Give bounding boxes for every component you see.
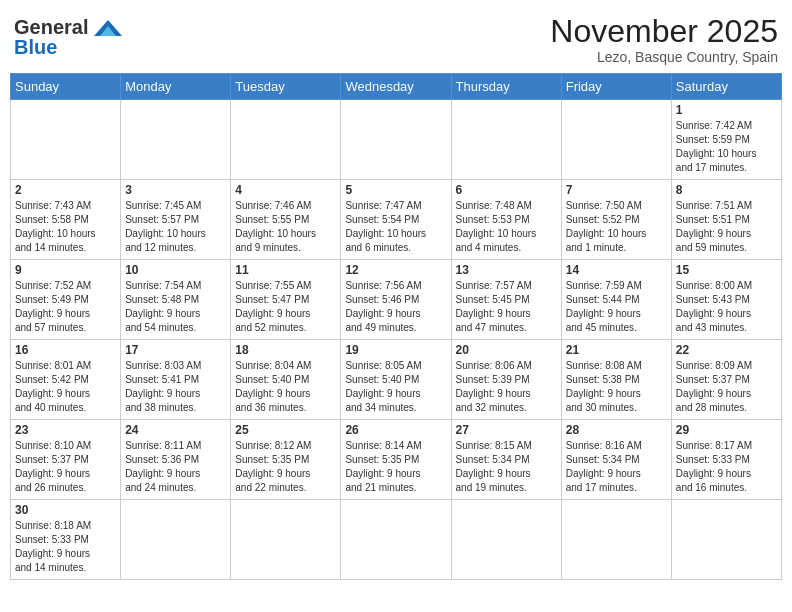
day-number: 30 <box>15 503 116 517</box>
calendar-cell: 25Sunrise: 8:12 AM Sunset: 5:35 PM Dayli… <box>231 420 341 500</box>
day-number: 14 <box>566 263 667 277</box>
day-number: 5 <box>345 183 446 197</box>
calendar-cell: 1Sunrise: 7:42 AM Sunset: 5:59 PM Daylig… <box>671 100 781 180</box>
day-info: Sunrise: 8:01 AM Sunset: 5:42 PM Dayligh… <box>15 359 116 415</box>
calendar-cell: 15Sunrise: 8:00 AM Sunset: 5:43 PM Dayli… <box>671 260 781 340</box>
calendar-cell: 7Sunrise: 7:50 AM Sunset: 5:52 PM Daylig… <box>561 180 671 260</box>
calendar-cell: 4Sunrise: 7:46 AM Sunset: 5:55 PM Daylig… <box>231 180 341 260</box>
calendar-cell: 30Sunrise: 8:18 AM Sunset: 5:33 PM Dayli… <box>11 500 121 580</box>
day-info: Sunrise: 7:43 AM Sunset: 5:58 PM Dayligh… <box>15 199 116 255</box>
day-number: 17 <box>125 343 226 357</box>
logo: General Blue <box>14 14 126 59</box>
calendar-cell: 22Sunrise: 8:09 AM Sunset: 5:37 PM Dayli… <box>671 340 781 420</box>
calendar-cell <box>231 500 341 580</box>
day-info: Sunrise: 7:48 AM Sunset: 5:53 PM Dayligh… <box>456 199 557 255</box>
calendar-cell: 19Sunrise: 8:05 AM Sunset: 5:40 PM Dayli… <box>341 340 451 420</box>
calendar-cell: 12Sunrise: 7:56 AM Sunset: 5:46 PM Dayli… <box>341 260 451 340</box>
day-info: Sunrise: 7:55 AM Sunset: 5:47 PM Dayligh… <box>235 279 336 335</box>
calendar-cell <box>451 500 561 580</box>
calendar-cell <box>671 500 781 580</box>
calendar-cell <box>561 100 671 180</box>
month-title: November 2025 <box>550 14 778 49</box>
day-number: 26 <box>345 423 446 437</box>
day-info: Sunrise: 8:05 AM Sunset: 5:40 PM Dayligh… <box>345 359 446 415</box>
calendar-day-header: Tuesday <box>231 74 341 100</box>
calendar-cell: 2Sunrise: 7:43 AM Sunset: 5:58 PM Daylig… <box>11 180 121 260</box>
logo-icon <box>90 16 126 40</box>
calendar-cell <box>451 100 561 180</box>
day-info: Sunrise: 8:08 AM Sunset: 5:38 PM Dayligh… <box>566 359 667 415</box>
calendar-cell: 24Sunrise: 8:11 AM Sunset: 5:36 PM Dayli… <box>121 420 231 500</box>
day-number: 19 <box>345 343 446 357</box>
calendar-cell: 3Sunrise: 7:45 AM Sunset: 5:57 PM Daylig… <box>121 180 231 260</box>
logo-blue-text: Blue <box>14 36 57 59</box>
day-number: 15 <box>676 263 777 277</box>
day-number: 7 <box>566 183 667 197</box>
page-header: General Blue November 2025 Lezo, Basque … <box>10 10 782 65</box>
calendar-cell: 16Sunrise: 8:01 AM Sunset: 5:42 PM Dayli… <box>11 340 121 420</box>
calendar-cell: 21Sunrise: 8:08 AM Sunset: 5:38 PM Dayli… <box>561 340 671 420</box>
day-number: 21 <box>566 343 667 357</box>
day-number: 24 <box>125 423 226 437</box>
day-info: Sunrise: 8:06 AM Sunset: 5:39 PM Dayligh… <box>456 359 557 415</box>
calendar-cell: 26Sunrise: 8:14 AM Sunset: 5:35 PM Dayli… <box>341 420 451 500</box>
calendar-cell <box>341 500 451 580</box>
calendar-cell <box>121 100 231 180</box>
calendar-cell <box>231 100 341 180</box>
calendar-week-row: 1Sunrise: 7:42 AM Sunset: 5:59 PM Daylig… <box>11 100 782 180</box>
title-section: November 2025 Lezo, Basque Country, Spai… <box>550 14 778 65</box>
day-number: 10 <box>125 263 226 277</box>
day-number: 18 <box>235 343 336 357</box>
day-info: Sunrise: 7:45 AM Sunset: 5:57 PM Dayligh… <box>125 199 226 255</box>
day-number: 4 <box>235 183 336 197</box>
day-info: Sunrise: 7:42 AM Sunset: 5:59 PM Dayligh… <box>676 119 777 175</box>
day-info: Sunrise: 8:09 AM Sunset: 5:37 PM Dayligh… <box>676 359 777 415</box>
day-info: Sunrise: 8:17 AM Sunset: 5:33 PM Dayligh… <box>676 439 777 495</box>
calendar-day-header: Thursday <box>451 74 561 100</box>
day-number: 20 <box>456 343 557 357</box>
day-number: 29 <box>676 423 777 437</box>
day-info: Sunrise: 7:51 AM Sunset: 5:51 PM Dayligh… <box>676 199 777 255</box>
day-number: 13 <box>456 263 557 277</box>
day-info: Sunrise: 7:57 AM Sunset: 5:45 PM Dayligh… <box>456 279 557 335</box>
calendar-header-row: SundayMondayTuesdayWednesdayThursdayFrid… <box>11 74 782 100</box>
day-number: 27 <box>456 423 557 437</box>
day-info: Sunrise: 8:16 AM Sunset: 5:34 PM Dayligh… <box>566 439 667 495</box>
calendar-cell: 20Sunrise: 8:06 AM Sunset: 5:39 PM Dayli… <box>451 340 561 420</box>
calendar-day-header: Saturday <box>671 74 781 100</box>
day-info: Sunrise: 7:56 AM Sunset: 5:46 PM Dayligh… <box>345 279 446 335</box>
calendar-week-row: 23Sunrise: 8:10 AM Sunset: 5:37 PM Dayli… <box>11 420 782 500</box>
day-number: 25 <box>235 423 336 437</box>
day-number: 28 <box>566 423 667 437</box>
day-info: Sunrise: 7:46 AM Sunset: 5:55 PM Dayligh… <box>235 199 336 255</box>
calendar-cell: 29Sunrise: 8:17 AM Sunset: 5:33 PM Dayli… <box>671 420 781 500</box>
day-info: Sunrise: 8:10 AM Sunset: 5:37 PM Dayligh… <box>15 439 116 495</box>
day-number: 3 <box>125 183 226 197</box>
day-info: Sunrise: 8:00 AM Sunset: 5:43 PM Dayligh… <box>676 279 777 335</box>
calendar-cell: 11Sunrise: 7:55 AM Sunset: 5:47 PM Dayli… <box>231 260 341 340</box>
calendar-table: SundayMondayTuesdayWednesdayThursdayFrid… <box>10 73 782 580</box>
day-number: 16 <box>15 343 116 357</box>
day-number: 6 <box>456 183 557 197</box>
day-info: Sunrise: 8:18 AM Sunset: 5:33 PM Dayligh… <box>15 519 116 575</box>
calendar-cell <box>121 500 231 580</box>
calendar-week-row: 2Sunrise: 7:43 AM Sunset: 5:58 PM Daylig… <box>11 180 782 260</box>
calendar-day-header: Wednesday <box>341 74 451 100</box>
day-info: Sunrise: 8:12 AM Sunset: 5:35 PM Dayligh… <box>235 439 336 495</box>
day-info: Sunrise: 7:59 AM Sunset: 5:44 PM Dayligh… <box>566 279 667 335</box>
calendar-cell: 8Sunrise: 7:51 AM Sunset: 5:51 PM Daylig… <box>671 180 781 260</box>
day-info: Sunrise: 8:14 AM Sunset: 5:35 PM Dayligh… <box>345 439 446 495</box>
calendar-cell: 18Sunrise: 8:04 AM Sunset: 5:40 PM Dayli… <box>231 340 341 420</box>
day-info: Sunrise: 7:47 AM Sunset: 5:54 PM Dayligh… <box>345 199 446 255</box>
calendar-cell: 9Sunrise: 7:52 AM Sunset: 5:49 PM Daylig… <box>11 260 121 340</box>
calendar-cell: 28Sunrise: 8:16 AM Sunset: 5:34 PM Dayli… <box>561 420 671 500</box>
location: Lezo, Basque Country, Spain <box>550 49 778 65</box>
calendar-cell: 13Sunrise: 7:57 AM Sunset: 5:45 PM Dayli… <box>451 260 561 340</box>
calendar-cell: 10Sunrise: 7:54 AM Sunset: 5:48 PM Dayli… <box>121 260 231 340</box>
calendar-cell: 6Sunrise: 7:48 AM Sunset: 5:53 PM Daylig… <box>451 180 561 260</box>
day-info: Sunrise: 8:04 AM Sunset: 5:40 PM Dayligh… <box>235 359 336 415</box>
calendar-week-row: 30Sunrise: 8:18 AM Sunset: 5:33 PM Dayli… <box>11 500 782 580</box>
day-info: Sunrise: 8:15 AM Sunset: 5:34 PM Dayligh… <box>456 439 557 495</box>
calendar-cell: 27Sunrise: 8:15 AM Sunset: 5:34 PM Dayli… <box>451 420 561 500</box>
calendar-cell: 17Sunrise: 8:03 AM Sunset: 5:41 PM Dayli… <box>121 340 231 420</box>
